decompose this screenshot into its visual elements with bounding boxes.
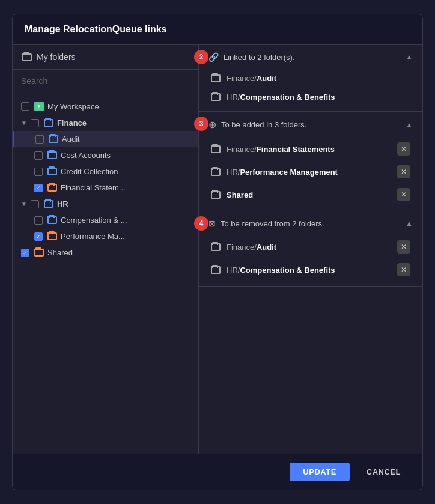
modal-body: My folders ✦ My Workspace ▼ (13, 45, 422, 454)
tree-item-hr[interactable]: ▼ HR (13, 196, 198, 212)
remove-item-0: Finance/Audit ✕ (204, 235, 418, 258)
add-section-title: To be added in 3 folders. (221, 120, 406, 129)
remove-section-header[interactable]: 4 ⊠ To be removed from 2 folders. ▲ (199, 211, 422, 235)
folder-icon-add-1 (211, 168, 221, 176)
add-badge: 3 (194, 117, 208, 131)
add-row-label-0: Finance/Financial Statements (227, 145, 397, 154)
folder-icon-shared (34, 249, 44, 257)
tree-item-compensation[interactable]: Compensation & ... (13, 212, 198, 228)
add-section-body: Finance/Financial Statements ✕ HR/Perfor… (199, 138, 422, 211)
tree-label-financial-statements: Financial Statem... (61, 183, 126, 192)
caret-hr[interactable]: ▼ (21, 201, 27, 207)
caret-finance[interactable]: ▼ (21, 120, 27, 126)
modal-title: Manage RelocationQueue links (25, 24, 410, 35)
modal-header: Manage RelocationQueue links (13, 14, 422, 45)
tree-item-shared[interactable]: Shared (13, 244, 198, 261)
linked-section: 2 🔗 Linked to 2 folder(s). ▲ Finance/Aud… (199, 45, 422, 112)
folder-icon-finance (44, 119, 53, 127)
tree-label-performance: Performance Ma... (61, 232, 125, 241)
checkbox-cost-accounts[interactable] (34, 151, 43, 160)
manage-links-modal: Manage RelocationQueue links My folders … (12, 14, 423, 490)
tree-label-credit-collection: Credit Collection (61, 167, 118, 176)
my-folders-label: My folders (37, 52, 76, 62)
remove-add-item-0[interactable]: ✕ (397, 142, 410, 156)
checkbox-my-workspace[interactable] (21, 102, 29, 111)
checkbox-hr[interactable] (31, 200, 39, 208)
add-row-label-2: Shared (227, 190, 397, 199)
tree-label-audit: Audit (62, 135, 80, 144)
remove-section-title: To be removed from 2 folders. (221, 219, 406, 228)
remove-add-item-1[interactable]: ✕ (397, 165, 410, 178)
checkbox-audit[interactable] (35, 135, 44, 144)
remove-section-body: Finance/Audit ✕ HR/Compensation & Benefi… (199, 235, 422, 286)
add-icon: ⊕ (208, 119, 216, 130)
modal-footer: UPDATE CANCEL (13, 454, 422, 490)
folder-icon-credit-collection (47, 168, 57, 175)
linked-section-title: Linked to 2 folder(s). (224, 53, 406, 62)
update-button[interactable]: UPDATE (290, 463, 349, 481)
search-input[interactable] (21, 76, 190, 86)
left-panel: My folders ✦ My Workspace ▼ (13, 45, 199, 454)
linked-icon: 🔗 (208, 52, 219, 62)
linked-row-label-0: Finance/Audit (227, 74, 410, 83)
folder-icon-add-2 (211, 191, 221, 199)
linked-chevron-icon[interactable]: ▲ (406, 53, 413, 61)
add-chevron-icon[interactable]: ▲ (406, 121, 413, 129)
tree-label-hr: HR (57, 199, 68, 208)
add-section: 3 ⊕ To be added in 3 folders. ▲ Finance/… (199, 112, 422, 211)
remove-item-1: HR/Compensation & Benefits ✕ (204, 258, 418, 281)
cancel-button[interactable]: CANCEL (357, 463, 410, 481)
remove-icon: ⊠ (208, 219, 216, 228)
folder-icon-hr (44, 200, 53, 208)
add-item-1: HR/Performance Management ✕ (204, 160, 418, 183)
left-panel-header: My folders (13, 45, 198, 70)
folder-icon (22, 53, 32, 61)
folder-icon-linked-1 (211, 93, 221, 101)
remove-add-item-2[interactable]: ✕ (397, 188, 410, 201)
folder-icon-remove-1 (211, 266, 221, 274)
remove-remove-item-0[interactable]: ✕ (397, 240, 410, 254)
folder-icon-remove-0 (211, 243, 221, 251)
tree-item-audit[interactable]: Audit (13, 131, 198, 147)
add-item-0: Finance/Financial Statements ✕ (204, 138, 418, 160)
tree-item-performance[interactable]: Performance Ma... (13, 228, 198, 244)
checkbox-shared[interactable] (21, 249, 29, 257)
tree-label-compensation: Compensation & ... (61, 216, 127, 225)
folder-icon-audit (49, 135, 58, 143)
tree-label-cost-accounts: Cost Accounts (61, 151, 111, 160)
remove-chevron-icon[interactable]: ▲ (406, 219, 413, 228)
tree-label-my-workspace: My Workspace (47, 102, 99, 111)
checkbox-compensation[interactable] (34, 216, 43, 225)
checkbox-performance[interactable] (34, 232, 43, 241)
folder-icon-performance (47, 232, 57, 240)
remove-badge: 4 (194, 216, 208, 231)
add-item-2: Shared ✕ (204, 183, 418, 206)
linked-section-header[interactable]: 2 🔗 Linked to 2 folder(s). ▲ (199, 45, 422, 69)
search-box[interactable] (13, 70, 198, 93)
remove-remove-item-1[interactable]: ✕ (397, 263, 410, 276)
folder-icon-add-0 (211, 145, 221, 153)
linked-item-1: HR/Compensation & Benefits (204, 88, 418, 106)
tree-item-finance[interactable]: ▼ Finance (13, 115, 198, 131)
tree-item-financial-statements[interactable]: Financial Statem... (13, 180, 198, 196)
checkbox-financial-statements[interactable] (34, 184, 43, 192)
folder-icon-compensation (47, 216, 57, 224)
workspace-icon: ✦ (34, 102, 44, 111)
add-section-header[interactable]: 3 ⊕ To be added in 3 folders. ▲ (199, 112, 422, 138)
remove-row-label-1: HR/Compensation & Benefits (227, 266, 397, 275)
linked-badge: 2 (194, 50, 208, 64)
linked-row-label-1: HR/Compensation & Benefits (227, 93, 410, 102)
add-row-label-1: HR/Performance Management (227, 168, 397, 177)
tree-item-cost-accounts[interactable]: Cost Accounts (13, 147, 198, 163)
tree-label-shared: Shared (47, 248, 73, 257)
checkbox-finance[interactable] (31, 119, 39, 127)
remove-section: 4 ⊠ To be removed from 2 folders. ▲ Fina… (199, 211, 422, 287)
linked-section-body: Finance/Audit HR/Compensation & Benefits (199, 69, 422, 111)
remove-row-label-0: Finance/Audit (227, 243, 397, 252)
folder-icon-financial-statements (47, 184, 57, 192)
checkbox-credit-collection[interactable] (34, 168, 43, 176)
tree-label-finance: Finance (57, 118, 87, 127)
tree-item-credit-collection[interactable]: Credit Collection (13, 163, 198, 180)
right-panel: 2 🔗 Linked to 2 folder(s). ▲ Finance/Aud… (199, 45, 422, 454)
tree-item-my-workspace[interactable]: ✦ My Workspace (13, 98, 198, 115)
